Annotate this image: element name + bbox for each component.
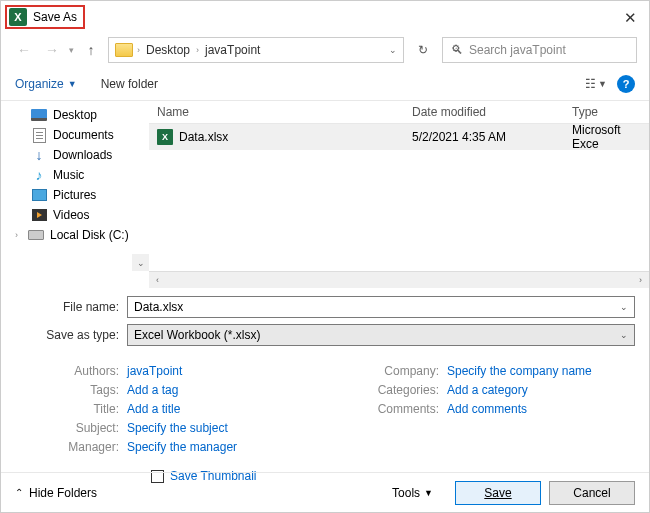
search-input[interactable]: 🔍︎ Search javaTpoint xyxy=(442,37,637,63)
meta-value-company[interactable]: Specify the company name xyxy=(447,364,592,378)
address-dropdown-icon[interactable]: ⌄ xyxy=(389,45,397,55)
title-highlight: X Save As xyxy=(5,5,85,29)
history-dropdown-icon[interactable]: ▾ xyxy=(69,45,74,55)
view-icon: ☷ xyxy=(585,77,596,91)
meta-label-subject: Subject: xyxy=(15,421,127,435)
pictures-icon xyxy=(32,189,47,201)
window-title: Save As xyxy=(33,10,77,24)
organize-button[interactable]: Organize ▼ xyxy=(15,77,77,91)
downloads-icon: ↓ xyxy=(31,148,47,162)
bottom-bar: ⌃ Hide Folders Tools ▼ Save Cancel xyxy=(1,472,649,512)
main-area: Desktop Documents ↓Downloads ♪Music Pict… xyxy=(1,101,649,271)
chevron-down-icon[interactable]: ⌄ xyxy=(620,302,628,312)
meta-value-title[interactable]: Add a title xyxy=(127,402,180,416)
toolbar: Organize ▼ New folder ☷ ▼ ? xyxy=(1,67,649,101)
meta-value-tags[interactable]: Add a tag xyxy=(127,383,178,397)
column-name[interactable]: Name xyxy=(149,101,404,123)
meta-label-comments: Comments: xyxy=(335,402,447,416)
hide-folders-button[interactable]: ⌃ Hide Folders xyxy=(15,486,97,500)
folder-icon xyxy=(115,43,133,57)
search-icon: 🔍︎ xyxy=(451,43,463,57)
column-date[interactable]: Date modified xyxy=(404,101,564,123)
back-icon[interactable]: ← xyxy=(13,39,35,61)
chevron-down-icon[interactable]: ⌄ xyxy=(620,330,628,340)
chevron-down-icon: ▼ xyxy=(424,488,433,498)
metadata-area: Authors:javaTpoint Tags:Add a tag Title:… xyxy=(1,360,649,461)
meta-value-comments[interactable]: Add comments xyxy=(447,402,527,416)
scroll-right-icon[interactable]: › xyxy=(632,272,649,289)
chevron-right-icon[interactable]: › xyxy=(15,230,18,240)
breadcrumb-item[interactable]: javaTpoint xyxy=(203,43,262,57)
tree-item-documents[interactable]: Documents xyxy=(1,125,149,145)
videos-icon xyxy=(32,209,47,221)
tools-button[interactable]: Tools ▼ xyxy=(392,486,447,500)
excel-file-icon: X xyxy=(157,129,173,145)
tree-item-videos[interactable]: Videos xyxy=(1,205,149,225)
meta-value-categories[interactable]: Add a category xyxy=(447,383,528,397)
address-bar[interactable]: › Desktop › javaTpoint ⌄ xyxy=(108,37,404,63)
filename-input[interactable]: Data.xlsx ⌄ xyxy=(127,296,635,318)
titlebar: X Save As ✕ xyxy=(1,1,649,33)
meta-label-company: Company: xyxy=(335,364,447,378)
tree-item-localdisk[interactable]: ›Local Disk (C:) xyxy=(1,225,149,245)
tree-item-desktop[interactable]: Desktop xyxy=(1,105,149,125)
up-icon[interactable]: ↑ xyxy=(80,39,102,61)
file-list: Name Date modified Type XData.xlsx 5/2/2… xyxy=(149,101,649,271)
forward-icon: → xyxy=(41,39,63,61)
meta-label-authors: Authors: xyxy=(15,364,127,378)
tree-item-downloads[interactable]: ↓Downloads xyxy=(1,145,149,165)
refresh-icon[interactable]: ↻ xyxy=(410,37,436,63)
search-placeholder: Search javaTpoint xyxy=(469,43,566,57)
meta-label-manager: Manager: xyxy=(15,440,127,454)
scroll-left-icon[interactable]: ‹ xyxy=(149,272,166,289)
disk-icon xyxy=(28,230,44,240)
savetype-label: Save as type: xyxy=(15,328,127,342)
horizontal-scrollbar[interactable]: ‹ › xyxy=(149,271,649,288)
meta-label-tags: Tags: xyxy=(15,383,127,397)
filename-label: File name: xyxy=(15,300,127,314)
tree-scroll-down-icon[interactable]: ⌄ xyxy=(132,254,149,271)
documents-icon xyxy=(33,128,46,143)
excel-app-icon: X xyxy=(9,8,27,26)
meta-value-subject[interactable]: Specify the subject xyxy=(127,421,228,435)
desktop-icon xyxy=(31,109,47,121)
meta-value-manager[interactable]: Specify the manager xyxy=(127,440,237,454)
meta-label-title: Title: xyxy=(15,402,127,416)
save-button[interactable]: Save xyxy=(455,481,541,505)
meta-label-categories: Categories: xyxy=(335,383,447,397)
navigation-bar: ← → ▾ ↑ › Desktop › javaTpoint ⌄ ↻ 🔍︎ Se… xyxy=(1,33,649,67)
help-icon[interactable]: ? xyxy=(617,75,635,93)
tree-item-music[interactable]: ♪Music xyxy=(1,165,149,185)
chevron-down-icon: ▼ xyxy=(68,79,77,89)
meta-value-authors[interactable]: javaTpoint xyxy=(127,364,182,378)
form-area: File name: Data.xlsx ⌄ Save as type: Exc… xyxy=(1,288,649,360)
chevron-up-icon: ⌃ xyxy=(15,487,23,498)
view-options-button[interactable]: ☷ ▼ xyxy=(585,77,607,91)
new-folder-button[interactable]: New folder xyxy=(101,77,158,91)
breadcrumb-item[interactable]: Desktop xyxy=(144,43,192,57)
folder-tree: Desktop Documents ↓Downloads ♪Music Pict… xyxy=(1,101,149,271)
close-icon[interactable]: ✕ xyxy=(624,9,637,27)
file-row[interactable]: XData.xlsx 5/2/2021 4:35 AM Microsoft Ex… xyxy=(149,124,649,150)
chevron-right-icon[interactable]: › xyxy=(137,45,140,55)
tree-item-pictures[interactable]: Pictures xyxy=(1,185,149,205)
cancel-button[interactable]: Cancel xyxy=(549,481,635,505)
savetype-dropdown[interactable]: Excel Workbook (*.xlsx) ⌄ xyxy=(127,324,635,346)
chevron-right-icon[interactable]: › xyxy=(196,45,199,55)
music-icon: ♪ xyxy=(31,168,47,182)
